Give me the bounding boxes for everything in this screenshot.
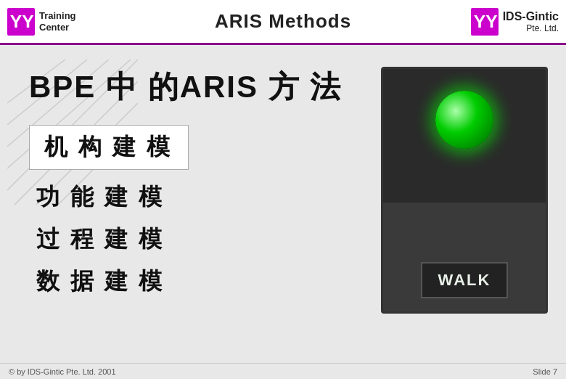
menu-item-2: 数 据 建 模 <box>29 266 348 298</box>
header-title: ARIS Methods <box>123 10 443 33</box>
training-center-block: Training Center <box>39 10 76 33</box>
content-right: WALK <box>370 45 566 379</box>
menu-item-0: 功 能 建 模 <box>29 181 348 213</box>
content-left: BPE 中 的ARIS 方 法 机 构 建 模 功 能 建 模 过 程 建 模 … <box>0 45 370 379</box>
header-right: YY IDS-Gintic Pte. Ltd. <box>443 8 559 36</box>
traffic-light-image: WALK <box>381 67 548 314</box>
header-left: YY Training Center <box>7 8 123 36</box>
company-name-line2: Pte. Ltd. <box>503 23 559 33</box>
footer: © by IDS-Gintic Pte. Ltd. 2001 Slide 7 <box>0 363 566 379</box>
header: YY Training Center ARIS Methods YY IDS-G… <box>0 0 566 45</box>
walk-sign: WALK <box>421 262 508 298</box>
main-title: BPE 中 的ARIS 方 法 <box>29 67 348 107</box>
menu-item-1: 过 程 建 模 <box>29 224 348 256</box>
traffic-light-bottom: WALK <box>383 203 546 311</box>
training-label-line2: Center <box>39 22 76 33</box>
slide-number: Slide 7 <box>533 367 557 376</box>
training-label-line1: Training <box>39 10 76 22</box>
copyright-text: © by IDS-Gintic Pte. Ltd. 2001 <box>9 367 116 376</box>
ids-gintic-logo-icon: YY <box>471 8 499 36</box>
green-light <box>435 91 493 149</box>
traffic-light-top <box>383 69 546 203</box>
highlighted-item-text: 机 构 建 模 <box>44 134 172 160</box>
svg-text:YY: YY <box>10 11 34 30</box>
walk-text: WALK <box>438 271 491 290</box>
company-name-line1: IDS-Gintic <box>503 9 559 23</box>
highlighted-item: 机 构 建 模 <box>29 125 189 170</box>
svg-text:YY: YY <box>473 11 497 30</box>
training-center-logo-icon: YY <box>7 8 35 36</box>
main-content: BPE 中 的ARIS 方 法 机 构 建 模 功 能 建 模 过 程 建 模 … <box>0 45 566 379</box>
company-name-block: IDS-Gintic Pte. Ltd. <box>503 9 559 34</box>
